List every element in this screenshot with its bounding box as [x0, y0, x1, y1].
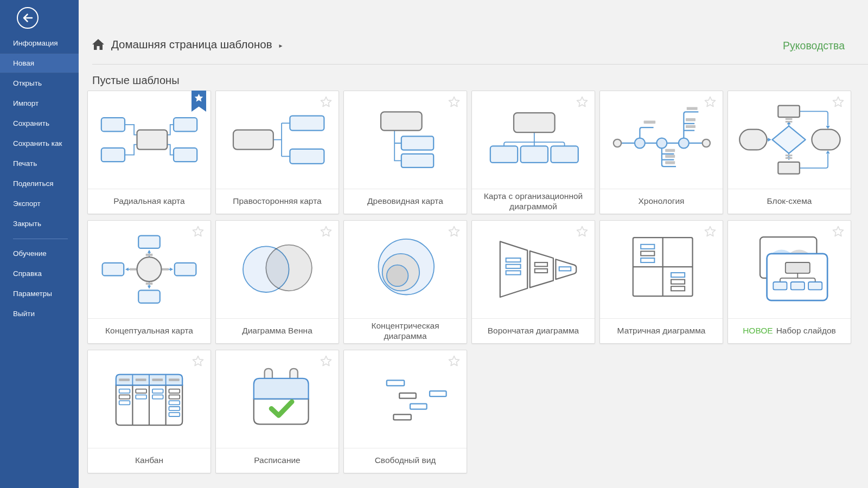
guides-link[interactable]: Руководства — [783, 40, 845, 52]
template-label-text: Канбан — [135, 455, 163, 465]
template-label: Концептуальная карта — [88, 319, 210, 343]
template-card[interactable]: НОВОЕНабор слайдов — [727, 220, 851, 344]
template-card[interactable]: Карта с организационной диаграммой — [471, 91, 595, 214]
template-label-text: Концентрическая диаграмма — [371, 321, 439, 341]
template-card[interactable]: Блок-схема — [727, 91, 851, 214]
favorite-star-icon[interactable] — [192, 355, 205, 368]
favorite-star-icon[interactable] — [576, 95, 589, 108]
template-label-text: Расписание — [254, 455, 300, 465]
sidebar-item[interactable]: Выйти — [0, 304, 79, 324]
template-card[interactable]: Древовидная карта — [343, 91, 467, 214]
template-card[interactable]: Свободный вид — [343, 350, 467, 473]
sidebar-item[interactable]: Экспорт — [0, 194, 79, 214]
template-label-text: Ворончатая диаграмма — [488, 326, 579, 335]
breadcrumb[interactable]: Домашняя страница шаблонов ▸ — [92, 38, 283, 51]
template-card[interactable]: Матричная диаграмма — [599, 220, 723, 344]
template-label: Ворончатая диаграмма — [472, 319, 595, 343]
template-label-text: Блок-схема — [767, 196, 812, 206]
sidebar-item[interactable]: Открыть — [0, 73, 79, 93]
sidebar-nav: ИнформацияНоваяОткрытьИмпортСохранитьСох… — [0, 33, 79, 324]
template-label: Древовидная карта — [344, 189, 467, 214]
template-card[interactable]: Расписание — [215, 350, 339, 473]
sidebar-item[interactable]: Печать — [0, 153, 79, 174]
favorite-star-icon[interactable] — [320, 355, 333, 368]
sidebar-item[interactable]: Справка — [0, 264, 79, 284]
template-card[interactable]: Хронология — [599, 91, 723, 214]
template-label-text: Диаграмма Венна — [242, 326, 312, 335]
template-grid: Радиальная картаПравосторонняя картаДрев… — [87, 91, 851, 473]
favorite-star-icon[interactable] — [832, 225, 845, 238]
template-label-text: Свободный вид — [375, 455, 436, 465]
sidebar: ИнформацияНоваяОткрытьИмпортСохранитьСох… — [0, 0, 79, 488]
sidebar-item[interactable]: Закрыть — [0, 214, 79, 234]
template-label-text: Радиальная карта — [113, 196, 184, 206]
template-label: Радиальная карта — [88, 189, 210, 214]
favorite-star-icon[interactable] — [704, 95, 717, 108]
template-label: Расписание — [216, 448, 339, 473]
template-card[interactable]: Правосторонняя карта — [215, 91, 339, 214]
favorite-star-icon[interactable] — [320, 225, 333, 238]
template-label: Канбан — [88, 448, 210, 473]
section-title: Пустые шаблоны — [92, 74, 180, 87]
favorite-star-icon[interactable] — [704, 225, 717, 238]
template-card[interactable]: Ворончатая диаграмма — [471, 220, 595, 344]
template-label-text: Правосторонняя карта — [233, 196, 321, 206]
favorite-star-icon[interactable] — [320, 95, 333, 108]
favorite-star-icon[interactable] — [576, 225, 589, 238]
breadcrumb-title: Домашняя страница шаблонов — [111, 38, 272, 51]
template-label: Блок-схема — [728, 189, 851, 214]
template-card[interactable]: Концентрическая диаграмма — [343, 220, 467, 344]
home-icon — [92, 39, 104, 50]
favorite-star-icon[interactable] — [832, 95, 845, 108]
template-card[interactable]: Диаграмма Венна — [215, 220, 339, 344]
sidebar-item[interactable]: Сохранить как — [0, 133, 79, 153]
template-label: Диаграмма Венна — [216, 319, 339, 343]
favorited-ribbon-icon[interactable] — [192, 91, 206, 112]
back-button[interactable] — [16, 6, 40, 30]
favorite-star-icon[interactable] — [448, 95, 461, 108]
template-label: Правосторонняя карта — [216, 189, 339, 214]
header-divider — [92, 64, 868, 65]
template-label-text: Древовидная карта — [367, 196, 443, 206]
sidebar-item[interactable]: Сохранить — [0, 113, 79, 133]
guides-link-text: Р — [783, 40, 790, 52]
template-label-text: Матричная диаграмма — [617, 326, 706, 335]
new-badge: НОВОЕ — [743, 326, 773, 335]
template-label: НОВОЕНабор слайдов — [728, 319, 851, 343]
template-card[interactable]: Канбан — [87, 350, 211, 473]
sidebar-item[interactable]: Обучение — [0, 243, 79, 264]
template-label-text: Хронология — [639, 196, 685, 206]
sidebar-divider — [13, 239, 68, 239]
favorite-star-icon[interactable] — [448, 355, 461, 368]
guides-link-accel: у — [790, 40, 795, 52]
sidebar-item[interactable]: Параметры — [0, 284, 79, 304]
template-label: Концентрическая диаграмма — [344, 319, 467, 343]
template-card[interactable]: Радиальная карта — [87, 91, 211, 214]
template-label: Карта с организационной диаграммой — [472, 189, 595, 214]
sidebar-item[interactable]: Импорт — [0, 93, 79, 113]
template-label-text: Карта с организационной диаграммой — [484, 191, 583, 211]
sidebar-item[interactable]: Новая — [0, 53, 79, 73]
template-label-text: Набор слайдов — [776, 326, 836, 335]
favorite-star-icon[interactable] — [192, 225, 205, 238]
template-label-text: Концептуальная карта — [105, 326, 193, 335]
favorite-star-icon[interactable] — [448, 225, 461, 238]
template-label: Хронология — [600, 189, 723, 214]
guides-link-rest: ководства — [795, 40, 845, 52]
breadcrumb-caret-icon: ▸ — [279, 40, 283, 49]
back-arrow-icon — [16, 22, 40, 31]
template-label: Матричная диаграмма — [600, 319, 723, 343]
template-card[interactable]: Концептуальная карта — [87, 220, 211, 344]
sidebar-item[interactable]: Поделиться — [0, 174, 79, 194]
template-label: Свободный вид — [344, 448, 467, 473]
sidebar-item[interactable]: Информация — [0, 33, 79, 53]
